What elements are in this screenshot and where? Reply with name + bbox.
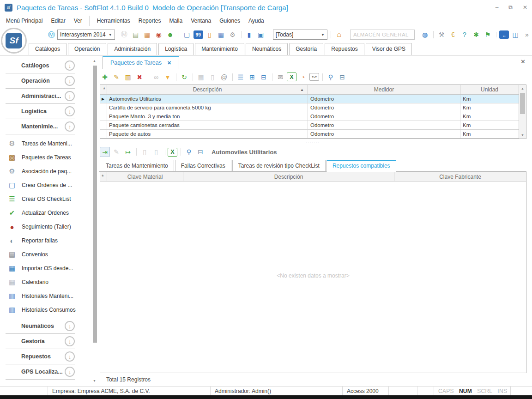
currency-coin-icon[interactable]: € [448,30,458,40]
excel-export-icon[interactable]: X [287,73,296,81]
ribbon-tab-operacion[interactable]: Operación [68,43,106,55]
splitter-handle[interactable]: ······· [99,139,526,145]
sidebar-item-seguimiento-taller[interactable]: ● Seguimiento (Taller) [7,220,91,234]
detail-grid-header-clave-material[interactable]: Clave Material [107,172,183,181]
document-tab-paquetes-de-tareas[interactable]: Paquetes de Tareas ✕ [103,56,179,69]
menu-menu-principal[interactable]: Menú Principal [2,16,47,26]
scope-dropdown[interactable]: [Todas] ▼ [273,30,327,40]
grid-header-descripcion[interactable]: Descripción ▲ [107,85,308,94]
ribbon-tab-logistica[interactable]: Logística [158,43,193,55]
exit-door-icon[interactable]: ◫ [510,30,520,40]
dashboard-gauge-icon[interactable]: ◉ [154,30,164,40]
detail-grid-header-clave-fabricante[interactable]: Clave Fabricante [394,172,526,181]
menu-ayuda[interactable]: Ayuda [244,16,268,26]
email-icon[interactable]: ✉ [275,72,285,82]
overflow-chevron-icon[interactable]: » [522,30,532,40]
menu-reportes[interactable]: Reportes [134,16,165,26]
sidebar-item-actualizar-ordenes[interactable]: ✔ Actualizar Ordenes [7,206,91,220]
save-database-icon[interactable]: ▥ [123,72,133,82]
menu-herramientas[interactable]: Herramientas [93,16,134,26]
expand-nodes-icon[interactable]: ⊞ [247,72,257,82]
sidebar-section-catalogos[interactable]: Catálogos ↓ [6,58,75,73]
bug-icon[interactable]: ✱ [471,30,481,40]
add-record-icon[interactable]: ✚ [100,72,110,82]
ribbon-tab-catalogos[interactable]: Catálogos [29,43,66,55]
excel-export-icon[interactable]: X [168,148,177,157]
sidebar-item-paquetes-tareas[interactable]: ▩ Paquetes de Tareas [7,151,91,164]
ribbon-tab-visor-gps[interactable]: Visor de GPS [366,43,412,55]
sidebar-section-repuestos[interactable]: Repuestos ↓ [6,349,75,364]
print-preview-icon[interactable]: ⚲ [326,72,336,82]
clipboard-icon[interactable]: ▯ [207,72,218,82]
table-row[interactable]: Paquete camionetas cerradas Odometro Km [100,121,519,130]
table-row[interactable]: ▶ Automoviles Utilitarios Odometro Km [100,95,519,103]
detail-grid-header-descripcion[interactable]: Descripción [183,172,394,181]
paste-icon[interactable]: ▯ [139,147,150,157]
sidebar-section-administracion[interactable]: Administraci... ↓ [6,89,75,104]
find-binoculars-icon[interactable]: ∞ [151,72,161,82]
table-row[interactable]: Paquete Manto. 3 y media ton Odometro Km [100,112,519,121]
scroll-up-icon[interactable]: ▲ [521,87,524,90]
assign-item-icon[interactable]: ⇥ [100,147,110,157]
print-icon[interactable]: ⊟ [337,72,347,82]
minimize-button[interactable]: – [496,4,499,11]
menu-editar[interactable]: Editar [47,16,69,26]
profile-dropdown[interactable]: Interasystem 2014 ▼ [57,30,115,40]
m-menu-icon[interactable]: Ⓜ [48,30,55,39]
settings-gear-icon[interactable]: ⚙ [228,30,238,40]
sidebar-item-importar-os[interactable]: ▦ Importar OS desde... [7,261,91,275]
sidebar-section-gestoria[interactable]: Gestoría ↓ [6,334,75,349]
tab-close-icon[interactable]: ✕ [167,60,171,66]
web-globe-icon[interactable]: ◍ [420,30,430,40]
sidebar-section-gps-localizacion[interactable]: GPS Localiza... ↓ [6,364,75,380]
table-row[interactable]: Cartilla de servicio para camioneta 5000… [100,103,519,112]
sidebar-item-historiales-mantenimiento[interactable]: ▥ Historiales Manteni... [7,289,91,303]
grid-scrollbar[interactable]: ▲ ▼ [519,85,526,139]
sidebar-item-asociacion-paquetes[interactable]: ⚙ Asociación de paq... [7,164,91,178]
print-preview-icon[interactable]: ⚲ [184,147,194,157]
grid-module-icon[interactable]: ▦ [216,30,226,40]
warehouse-input[interactable] [350,30,415,40]
catalog-book-icon[interactable]: ▮ [244,30,254,40]
grid-header-unidad[interactable]: Unidad [460,85,519,94]
left-scrollbar[interactable]: ▲ ▼ [91,55,99,386]
ribbon-tab-administracion[interactable]: Administración [108,43,157,55]
chat-icon[interactable]: ‥ [499,30,509,39]
paste-special-icon[interactable]: ▯ [151,147,161,157]
ribbon-tab-neumaticos[interactable]: Neumáticos [246,43,288,55]
detail-tab-checklist[interactable]: Tareas de revisión tipo CheckList [232,160,326,172]
sidebar-item-crear-os-checklist[interactable]: ☰ Crear OS CheckList [7,192,91,206]
sidebar-item-calendario[interactable]: ▦ Calendario [7,275,91,289]
collapse-nodes-icon[interactable]: ⊟ [259,72,269,82]
new-service-order-icon[interactable]: ▢ [182,30,192,40]
flag-icon[interactable]: ⚑ [483,30,493,40]
edit-record-icon[interactable]: ✎ [111,72,121,82]
menu-ventana[interactable]: Ventana [187,16,215,26]
checklist-clipboard-icon[interactable]: ▯ [205,30,215,40]
attachment-clip-icon[interactable]: @ [219,72,229,82]
unassign-item-icon[interactable]: ↦ [123,147,133,157]
refresh-icon[interactable]: ↻ [179,72,189,82]
tree-view-icon[interactable]: ☰ [236,72,246,82]
detail-tab-fallas-correctivas[interactable]: Fallas Correctivas [175,160,231,172]
ribbon-tab-repuestos[interactable]: Repuestos [325,43,364,55]
grid-header-medidor[interactable]: Medidor [308,85,460,94]
operators-group-icon[interactable]: ☻ [165,30,175,40]
restore-button[interactable]: ⧉ [508,4,513,11]
ribbon-tab-mantenimiento[interactable]: Mantenimiento [195,43,244,55]
sidebar-item-tareas-mantenimiento[interactable]: ⚙ Tareas de Manteni... [7,137,91,151]
sidebar-section-mantenimiento[interactable]: Mantenimie... ↑ [6,119,75,134]
menu-guiones[interactable]: Guiones [215,16,244,26]
scroll-up-icon[interactable]: ▲ [93,59,96,62]
delete-record-icon[interactable]: ✖ [134,72,145,82]
ribbon-tab-gestoria[interactable]: Gestoría [289,43,323,55]
scroll-thumb[interactable] [520,93,525,114]
number-99-icon[interactable]: 99 [193,30,203,39]
menu-malla[interactable]: Malla [165,16,187,26]
cascade-windows-icon[interactable]: ▣ [256,30,266,40]
filter-funnel-icon[interactable]: ▼ [163,72,173,82]
image-icon[interactable]: ▦ [196,72,206,82]
sidebar-section-neumaticos[interactable]: Neumáticos ↓ [6,319,75,334]
help-icon[interactable]: ? [459,30,470,40]
detail-tab-repuestos-compatibles[interactable]: Repuestos compatibles [326,160,396,172]
